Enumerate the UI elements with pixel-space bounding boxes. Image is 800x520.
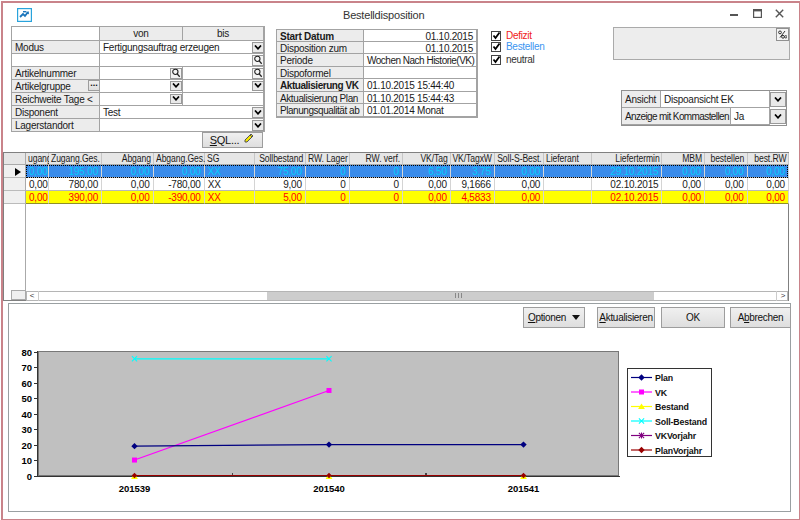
svg-text:VKVorjahr: VKVorjahr — [655, 431, 697, 441]
svg-text:Bestand: Bestand — [655, 402, 689, 412]
svg-text:Plan: Plan — [655, 373, 673, 383]
svg-text:Soll-Bestand: Soll-Bestand — [655, 417, 707, 427]
svg-text:PlanVorjahr: PlanVorjahr — [655, 446, 703, 456]
svg-text:VK: VK — [655, 388, 668, 398]
